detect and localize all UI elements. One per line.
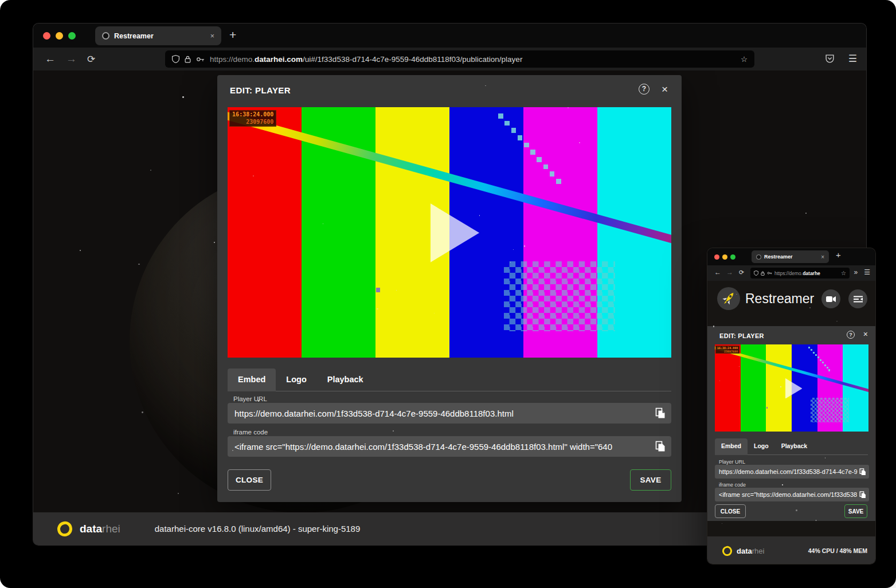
browser-tab[interactable]: Restreamer × <box>95 26 221 45</box>
star <box>796 509 797 511</box>
titlebar: Restreamer × + <box>707 248 875 265</box>
shield-icon <box>754 271 758 276</box>
close-button[interactable]: CLOSE <box>715 504 746 518</box>
url-bar[interactable]: https://demo.datarhei.com/ui#/1f33d538-d… <box>165 50 754 68</box>
forward-icon[interactable]: → <box>66 53 77 65</box>
mini-browser-window: Restreamer × + ← → ⟳ https://demo.datarh… <box>707 248 876 565</box>
forward-icon[interactable]: → <box>726 268 733 276</box>
help-icon[interactable]: ? <box>639 84 649 95</box>
dotted-square <box>511 128 517 133</box>
channel-menu-button[interactable] <box>848 289 867 308</box>
dotted-square <box>524 143 529 148</box>
tab-playback[interactable]: Playback <box>775 438 814 455</box>
edit-player-panel: EDIT: PLAYER ? × 16:38:24.00023097600 Em… <box>707 326 875 521</box>
restreamer-logo <box>717 287 740 310</box>
tab-embed[interactable]: Embed <box>228 369 276 391</box>
reload-icon[interactable]: ⟳ <box>739 269 744 276</box>
tab-title: Restreamer <box>114 32 154 40</box>
dotted-square <box>817 356 819 358</box>
play-icon[interactable] <box>431 203 479 262</box>
close-icon[interactable]: × <box>863 330 868 339</box>
back-icon[interactable]: ← <box>714 268 721 276</box>
dotted-square <box>822 362 824 363</box>
browser-toolbar: ← → ⟳ https://demo.datarhei.com/ui#/1f33… <box>33 48 866 70</box>
star <box>805 213 807 214</box>
pocket-icon[interactable] <box>825 54 835 64</box>
star <box>736 294 737 295</box>
cpu-mem-stats: 44% CPU / 48% MEM <box>808 547 867 554</box>
traffic-light-minimize[interactable] <box>722 254 727 260</box>
reload-icon[interactable]: ⟳ <box>87 53 95 65</box>
bookmark-star-icon[interactable]: ☆ <box>741 54 748 64</box>
dotted-square <box>518 135 523 140</box>
timecode-overlay: 16:38:24.00023097600 <box>715 346 740 354</box>
close-icon[interactable]: × <box>662 83 668 96</box>
bookmark-star-icon[interactable]: ☆ <box>841 270 846 276</box>
overflow-chevrons-icon[interactable]: » <box>854 268 858 276</box>
dotted-square <box>498 113 503 119</box>
new-tab-button[interactable]: + <box>836 250 841 260</box>
tab-close-icon[interactable]: × <box>821 254 824 260</box>
video-player[interactable]: 16:38:24.00023097600 <box>228 107 671 358</box>
tab-close-icon[interactable]: × <box>210 32 214 40</box>
star <box>393 430 394 432</box>
page-content: Restreamer EDIT: PLAYER ? × 16:38:24.000… <box>707 281 875 564</box>
dotted-square <box>824 364 826 366</box>
player-url-field[interactable]: https://demo.datarhei.com/1f33d538-d714-… <box>715 465 869 479</box>
copy-icon[interactable] <box>859 468 866 476</box>
star <box>524 245 526 247</box>
url-bar[interactable]: https://demo.datarhe ☆ <box>750 268 850 279</box>
traffic-light-zoom[interactable] <box>730 254 735 260</box>
save-button[interactable]: SAVE <box>844 504 867 518</box>
video-player[interactable]: 16:38:24.00023097600 <box>715 344 868 432</box>
copy-icon[interactable] <box>859 491 866 499</box>
menu-hamburger-icon[interactable]: ☰ <box>864 268 870 276</box>
dotted-square <box>827 367 828 369</box>
traffic-light-close[interactable] <box>43 32 50 40</box>
star <box>396 290 397 291</box>
url-text: https://demo.datarhe <box>774 271 839 276</box>
version-text: datarhei-core v16.8.0 (linux/amd64) - su… <box>155 524 361 534</box>
dotted-square <box>828 369 830 371</box>
player-url-field[interactable]: https://demo.datarhei.com/1f33d538-d714-… <box>228 403 671 424</box>
key-icon <box>767 271 772 275</box>
dotted-square <box>504 121 510 126</box>
tab-playback[interactable]: Playback <box>317 369 374 391</box>
save-button[interactable]: SAVE <box>630 469 671 491</box>
traffic-light-zoom[interactable] <box>68 32 76 40</box>
star <box>485 85 486 87</box>
traffic-light-minimize[interactable] <box>56 32 63 40</box>
close-button[interactable]: CLOSE <box>228 469 271 491</box>
back-icon[interactable]: ← <box>45 53 56 65</box>
dotted-square <box>537 157 542 162</box>
play-icon[interactable] <box>785 378 802 399</box>
star <box>809 307 811 308</box>
traffic-light-close[interactable] <box>714 254 719 260</box>
tab-embed[interactable]: Embed <box>715 438 748 455</box>
dotted-square <box>815 354 817 356</box>
copy-icon[interactable] <box>655 407 666 419</box>
dotted-square <box>808 347 810 348</box>
new-tab-button[interactable]: + <box>229 28 236 42</box>
shield-icon <box>172 55 179 63</box>
player-url-label: Player URL <box>233 395 267 402</box>
color-bar <box>715 344 741 432</box>
tab-logo[interactable]: Logo <box>748 438 775 455</box>
iframe-code-field[interactable]: <iframe src="https://demo.datarhei.com/1… <box>228 436 671 457</box>
iframe-code-field[interactable]: <iframe src="https://demo.datarhei.com/1… <box>715 488 869 501</box>
checkerboard-pattern <box>811 398 849 422</box>
dotted-square <box>820 359 821 361</box>
dotted-square <box>543 164 549 170</box>
star <box>579 142 580 143</box>
star <box>816 520 816 520</box>
copy-icon[interactable] <box>655 441 666 452</box>
modal-title: EDIT: PLAYER <box>230 85 291 95</box>
camera-button[interactable] <box>821 289 840 308</box>
key-icon <box>196 56 205 62</box>
browser-tab[interactable]: Restreamer × <box>752 250 829 263</box>
menu-hamburger-icon[interactable]: ☰ <box>848 53 857 65</box>
tab-logo[interactable]: Logo <box>276 369 316 391</box>
help-icon[interactable]: ? <box>847 331 855 339</box>
color-bar <box>228 107 302 358</box>
star <box>780 386 781 387</box>
